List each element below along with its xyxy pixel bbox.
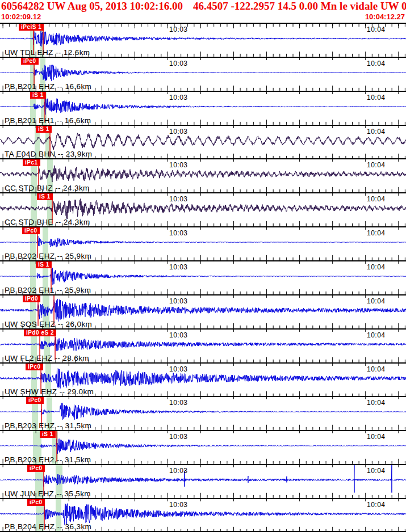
time-tick-label: 10:03: [169, 331, 188, 339]
pick-flag[interactable]: iS 1: [36, 126, 52, 133]
seismogram-waveform: [0, 403, 406, 420]
time-tick-label: 10:03: [169, 399, 188, 407]
pick-flag[interactable]: iPc0: [26, 364, 43, 370]
station-label: UW SHW EHZ -- 29.0km: [5, 387, 94, 396]
station-label: UW JUN EHZ -- 35.5km: [5, 489, 91, 498]
time-tick-label: 10:03: [169, 501, 188, 509]
seismogram-waveform: [0, 166, 406, 182]
time-tick-label: 10:04: [367, 467, 386, 475]
station-label: PB B201 EH1 -- 16.6km: [5, 116, 91, 125]
trace-panel[interactable]: 10:0310:04iPciS 1UW TDL EHZ -- 12.6km: [0, 23, 406, 57]
trace-panel[interactable]: 10:0310:04iPd0 eS 2UW FL2 EHZ -- 28.6km: [0, 328, 406, 362]
time-tick-label: 10:04: [367, 60, 386, 67]
trace-panel[interactable]: 10:0310:04iS 1PB B202 EH1 -- 25.9km: [0, 260, 406, 294]
window-end-time: 10:04:12.27: [365, 12, 405, 21]
time-tick-label: 10:04: [367, 399, 386, 407]
time-tick-label: 10:03: [169, 128, 188, 136]
seismogram-waveform: [0, 65, 406, 81]
pick-flag[interactable]: iPd0 eS 2: [24, 330, 56, 336]
station-label: PB B203 EH2 -- 31.5km: [5, 455, 91, 464]
time-tick-label: 10:03: [169, 60, 188, 67]
time-tick-label: 10:03: [169, 263, 188, 271]
seismogram-waveform: [0, 268, 406, 285]
time-tick-label: 10:04: [367, 128, 386, 136]
pick-flag[interactable]: iPc0: [27, 465, 45, 472]
pick-flag[interactable]: iPc0: [22, 227, 40, 234]
trace-panel[interactable]: 10:0310:04iPc0PB B201 EHZ -- 16.6km: [0, 57, 406, 91]
trace-panel[interactable]: 10:0310:04iPc0PB B202 EHZ -- 25.9km: [0, 226, 406, 260]
station-label: UW TDL EHZ -- 12.6km: [5, 48, 90, 57]
time-tick-label: 10:04: [367, 26, 386, 33]
pick-flag[interactable]: iS 1: [37, 193, 53, 200]
window-start-time: 10:02:09.12: [1, 12, 41, 21]
event-title-row: 60564282 UW Aug 05, 2013 10:02:16.00 46.…: [1, 0, 406, 12]
station-label: PB B201 EHZ -- 16.6km: [5, 82, 91, 91]
seismogram-waveform: [0, 439, 406, 454]
pick-flag[interactable]: iPd0: [23, 295, 40, 302]
station-label: PB B202 EHZ -- 25.9km: [5, 252, 91, 260]
pick-flag[interactable]: iS 1: [36, 261, 52, 268]
time-tick-label: 10:04: [367, 161, 386, 169]
seismogram-waveform: [0, 299, 406, 322]
pick-flag[interactable]: iPc0: [27, 499, 45, 506]
trace-panel[interactable]: 10:0310:04iPc0PB B203 EHZ -- 31.5km: [0, 396, 406, 430]
time-tick-label: 10:03: [169, 229, 188, 237]
pick-flag[interactable]: iPc1: [23, 159, 40, 166]
seismogram-waveform: [0, 337, 406, 351]
event-location-magnitude: 46.4507 -122.2957 14.5 0.00 Mn le vidale…: [193, 0, 406, 12]
time-tick-label: 10:03: [169, 467, 188, 475]
trace-panel[interactable]: 10:0310:04iPc0UW JUN EHZ -- 35.5km: [0, 464, 406, 498]
station-label: UW SOS EHZ -- 26.0km: [5, 320, 92, 328]
trace-panel[interactable]: 10:0310:04iPc0PB B204 EHZ -- 36.3km: [0, 498, 406, 532]
seismogram-review-window: 60564282 UW Aug 05, 2013 10:02:16.00 46.…: [0, 0, 406, 532]
seismogram-waveform: [0, 133, 406, 149]
seismogram-waveform: [0, 199, 406, 219]
time-tick-label: 10:04: [367, 433, 386, 441]
station-label: TA E04D BHN -- 23.9km: [5, 150, 92, 158]
trace-list: 10:0310:04iPciS 1UW TDL EHZ -- 12.6km10:…: [0, 23, 406, 532]
trace-panel[interactable]: 10:0310:04iPd0UW SOS EHZ -- 26.0km: [0, 294, 406, 328]
time-tick-label: 10:03: [169, 433, 188, 441]
time-tick-label: 10:04: [367, 365, 386, 373]
station-label: PB B202 EH1 -- 25.9km: [5, 286, 91, 294]
seismogram-waveform: [0, 368, 406, 388]
time-tick-label: 10:03: [169, 161, 188, 169]
station-label: UW FL2 EHZ -- 28.6km: [5, 354, 89, 362]
app-header: 60564282 UW Aug 05, 2013 10:02:16.00 46.…: [0, 0, 406, 23]
pick-flag[interactable]: iS 1: [30, 92, 46, 99]
seismogram-waveform: [0, 236, 406, 247]
time-tick-label: 10:04: [367, 331, 386, 339]
seismogram-waveform: [0, 98, 406, 115]
time-tick-label: 10:03: [169, 365, 188, 373]
time-tick-label: 10:04: [367, 263, 386, 271]
trace-panel[interactable]: 10:0310:04iS 1CC STD BHE -- 24.3km: [0, 192, 406, 226]
time-tick-label: 10:04: [367, 501, 386, 509]
time-tick-label: 10:03: [169, 297, 188, 305]
event-id-origin: 60564282 UW Aug 05, 2013 10:02:16.00: [1, 0, 183, 12]
time-tick-label: 10:03: [169, 94, 188, 102]
pick-flag[interactable]: iPciS 1: [19, 24, 44, 31]
trace-panel[interactable]: 10:0310:04iS 1TA E04D BHN -- 23.9km: [0, 125, 406, 159]
time-tick-label: 10:04: [367, 297, 386, 305]
time-tick-label: 10:04: [367, 94, 386, 102]
station-label: CC STD BHE -- 24.3km: [5, 218, 90, 226]
seismogram-waveform: [0, 31, 406, 47]
trace-panel[interactable]: 10:0310:04iS 1PB B201 EH1 -- 16.6km: [0, 91, 406, 125]
station-label: PB B203 EHZ -- 31.5km: [5, 421, 91, 430]
trace-panel[interactable]: 10:0310:04iS 1PB B203 EH2 -- 31.5km: [0, 430, 406, 464]
window-time-row: 10:02:09.12 10:04:12.27: [1, 12, 405, 21]
pick-flag[interactable]: iPc0: [21, 58, 39, 65]
trace-panel[interactable]: 10:0310:04iPc1CC STD BHZ -- 24.3km: [0, 158, 406, 192]
station-label: PB B204 EHZ -- 36.3km: [5, 522, 91, 531]
time-tick-label: 10:04: [367, 229, 386, 237]
station-label: CC STD BHZ -- 24.3km: [5, 184, 90, 192]
trace-panel[interactable]: 10:0310:04iPc0UW SHW EHZ -- 29.0km: [0, 362, 406, 396]
pick-flag[interactable]: iS 1: [40, 431, 56, 438]
seismogram-waveform: [0, 504, 406, 525]
seismogram-waveform: [0, 465, 406, 493]
time-tick-label: 10:03: [169, 26, 188, 33]
pick-flag[interactable]: iPc0: [26, 397, 44, 404]
time-tick-label: 10:03: [169, 195, 188, 203]
time-tick-label: 10:04: [367, 195, 386, 203]
